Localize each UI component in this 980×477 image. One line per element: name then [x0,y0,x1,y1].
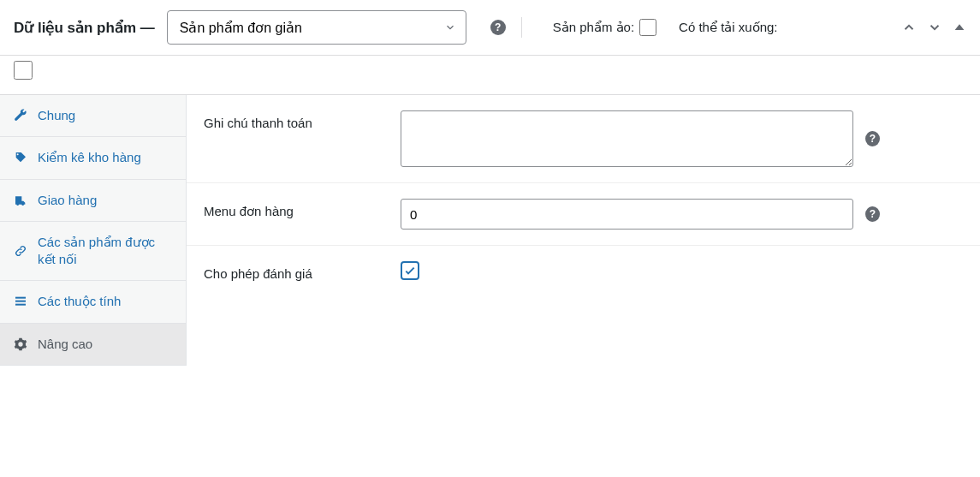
tab-inventory[interactable]: Kiểm kê kho hàng [0,137,186,179]
virtual-label: Sản phẩm ảo: [553,20,634,35]
downloadable-checkbox[interactable] [14,61,33,80]
menu-order-label: Menu đơn hàng [204,199,383,219]
svg-rect-1 [15,301,26,302]
divider [521,17,522,38]
panel-toggle-icon[interactable] [953,20,966,35]
product-type-select-wrap: Sản phẩm đơn giản [167,10,466,45]
purchase-note-label: Ghi chú thanh toán [204,110,383,130]
panel-controls [901,20,966,35]
virtual-checkbox[interactable] [639,19,656,36]
truck-icon [14,194,29,207]
product-data-tabs: Chung Kiểm kê kho hàng Giao hàng Các sản… [0,95,187,366]
virtual-option: Sản phẩm ảo: [553,19,656,36]
svg-rect-2 [15,304,26,306]
purchase-note-textarea[interactable] [401,110,853,167]
product-type-select[interactable]: Sản phẩm đơn giản [167,10,466,45]
tab-advanced[interactable]: Nâng cao [0,324,186,366]
help-icon[interactable]: ? [865,131,880,146]
menu-order-row: Menu đơn hàng ? [187,183,980,246]
menu-order-input[interactable] [401,199,853,230]
downloadable-option: Có thể tải xuống: [679,20,777,35]
reviews-label: Cho phép đánh giá [204,261,383,281]
panel-header: Dữ liệu sản phẩm — Sản phẩm đơn giản ? S… [0,0,980,56]
panel-move-down-icon[interactable] [927,20,942,35]
gear-icon [14,337,29,351]
panel-title: Dữ liệu sản phẩm — [14,19,155,37]
tab-attributes[interactable]: Các thuộc tính [0,281,186,323]
reviews-checkbox[interactable] [401,261,419,280]
wrench-icon [14,109,29,122]
tab-shipping[interactable]: Giao hàng [0,180,186,222]
tab-general[interactable]: Chung [0,95,186,137]
downloadable-label: Có thể tải xuống: [679,20,777,35]
downloadable-row [0,56,980,95]
panel-body: Chung Kiểm kê kho hàng Giao hàng Các sản… [0,95,980,366]
panel-move-up-icon[interactable] [901,20,917,35]
tab-linked-products[interactable]: Các sản phẩm được kết nối [0,222,186,282]
help-icon[interactable]: ? [865,206,880,222]
tag-icon [14,151,29,164]
link-icon [14,244,29,258]
svg-rect-0 [15,297,26,299]
tab-content-advanced: Ghi chú thanh toán ? Menu đơn hàng ? Cho… [187,95,980,366]
reviews-row: Cho phép đánh giá [187,246,980,296]
list-icon [14,295,29,308]
purchase-note-row: Ghi chú thanh toán ? [187,95,980,183]
check-icon [403,264,417,277]
help-icon[interactable]: ? [490,20,506,35]
